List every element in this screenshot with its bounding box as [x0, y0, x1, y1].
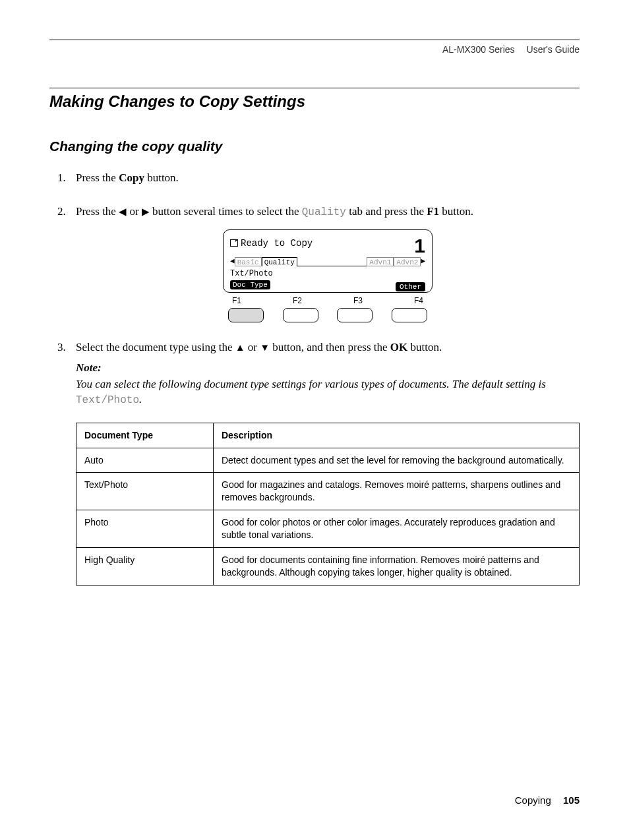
f3-button — [337, 308, 373, 322]
f1-button-label: F1 — [427, 205, 439, 218]
col-header-type: Document Type — [76, 423, 214, 448]
tab-quality: Quality — [262, 257, 297, 266]
up-arrow-icon: ▲ — [235, 342, 245, 353]
step-text: Press the Copy button. — [76, 171, 179, 184]
document-type-table: Document Type Description Auto Detect do… — [76, 423, 580, 585]
table-row: Text/Photo Good for magazines and catalo… — [76, 473, 580, 510]
f4-label: F4 — [414, 295, 423, 307]
series-name: AL-MX300 Series — [442, 44, 515, 55]
lcd-ready-text: Ready to Copy — [241, 237, 313, 250]
left-arrow-icon: ◀ — [119, 206, 127, 217]
table-row: High Quality Good for documents containi… — [76, 548, 580, 585]
f2-button — [283, 308, 318, 322]
step-3: 3. Select the document type using the ▲ … — [76, 340, 580, 585]
step-1: 1. Press the Copy button. — [76, 170, 580, 187]
f3-label: F3 — [353, 295, 363, 307]
note-block: Note: You can select the following docum… — [76, 360, 580, 408]
tab-advn1: Advn1 — [367, 257, 394, 266]
tab-basic: Basic — [235, 257, 262, 266]
table-row: Auto Detect document types and set the l… — [76, 448, 580, 473]
cell-type: Photo — [76, 510, 214, 548]
subsection-title: Changing the copy quality — [49, 138, 580, 154]
page-footer: Copying 105 — [515, 795, 580, 806]
step-number: 1. — [57, 170, 66, 187]
cell-type: Auto — [76, 448, 214, 473]
lcd-txtphoto: Txt/Photo — [230, 268, 273, 280]
cell-desc: Good for documents containing fine infor… — [214, 548, 580, 585]
table-header-row: Document Type Description — [76, 423, 580, 448]
note-body: You can select the following document ty… — [76, 376, 580, 408]
cell-type: High Quality — [76, 548, 214, 585]
f1-button — [228, 308, 264, 322]
default-setting-value: Text/Photo — [76, 394, 139, 406]
document-icon — [230, 239, 238, 247]
step-number: 3. — [57, 340, 66, 356]
cell-desc: Good for magazines and catalogs. Removes… — [214, 473, 580, 510]
lcd-screen: Ready to Copy 1 ◀ Basic Quality Advn1 Ad… — [223, 229, 433, 293]
left-triangle-icon: ◀ — [230, 256, 235, 267]
step-number: 2. — [57, 204, 66, 220]
f4-button — [392, 308, 427, 322]
step-2: 2. Press the ◀ or ▶ button several times… — [76, 204, 580, 323]
lcd-tab-row: ◀ Basic Quality Advn1 Advn2 ▶ — [230, 256, 425, 267]
f1-label: F1 — [232, 295, 241, 307]
copy-button-label: Copy — [119, 171, 144, 184]
lcd-other-badge: Other — [396, 282, 425, 291]
lcd-doctype-badge: Doc Type — [230, 280, 270, 289]
lcd-figure: Ready to Copy 1 ◀ Basic Quality Advn1 Ad… — [76, 229, 580, 322]
running-header: AL-MX300 Series User's Guide — [49, 44, 580, 55]
step-text: Select the document type using the ▲ or … — [76, 341, 442, 353]
f2-label: F2 — [293, 295, 302, 307]
ok-button-label: OK — [390, 341, 407, 353]
note-label: Note: — [76, 360, 580, 376]
doc-name: User's Guide — [527, 44, 580, 55]
table-row: Photo Good for color photos or other col… — [76, 510, 580, 548]
down-arrow-icon: ▼ — [260, 342, 270, 353]
section-title: Making Changes to Copy Settings — [49, 92, 580, 111]
fkey-buttons — [223, 307, 433, 322]
cell-desc: Good for color photos or other color ima… — [214, 510, 580, 548]
quality-tab-label: Quality — [302, 206, 346, 218]
copies-count: 1 — [414, 231, 425, 260]
header-rule — [49, 40, 580, 40]
fkey-labels: F1 F2 F3 F4 — [223, 293, 433, 307]
cell-type: Text/Photo — [76, 473, 214, 510]
step-text: Press the ◀ or ▶ button several times to… — [76, 205, 473, 218]
section-rule — [49, 88, 580, 88]
right-arrow-icon: ▶ — [142, 206, 150, 217]
col-header-desc: Description — [214, 423, 580, 448]
cell-desc: Detect document types and set the level … — [214, 448, 580, 473]
page-number: 105 — [563, 795, 580, 806]
chapter-name: Copying — [515, 795, 551, 806]
